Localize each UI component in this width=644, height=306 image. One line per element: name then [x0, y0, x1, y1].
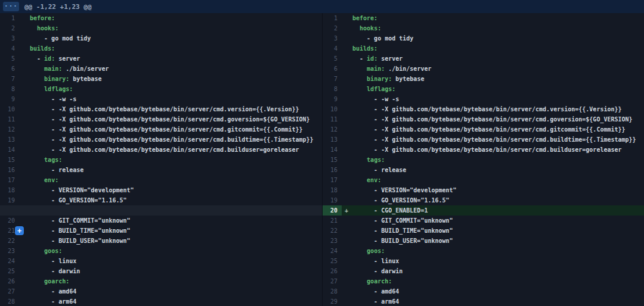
code-line: - linux: [352, 256, 399, 266]
line-marker: [19, 286, 30, 296]
line-number[interactable]: 27: [0, 286, 19, 296]
line-number[interactable]: 19: [323, 195, 342, 205]
line-number[interactable]: 5: [323, 54, 342, 64]
code-line: main: ./bin/server: [352, 64, 431, 74]
line-number[interactable]: 16: [0, 165, 19, 175]
line-number[interactable]: 14: [0, 145, 19, 155]
line-number[interactable]: 16: [323, 165, 342, 175]
line-number[interactable]: 9: [0, 94, 19, 104]
line-number[interactable]: 18: [323, 185, 342, 195]
line-number[interactable]: 14: [323, 145, 342, 155]
line-number[interactable]: 21: [323, 216, 342, 226]
code-line: binary: bytebase: [30, 74, 101, 84]
code-line: - BUILD_TIME="unknown": [352, 226, 453, 236]
code-line: main: ./bin/server: [30, 64, 109, 74]
code-line: goarch:: [30, 276, 69, 286]
line-number[interactable]: 29: [323, 296, 342, 306]
hunk-range-label: @@ -1,22 +1,23 @@: [24, 3, 92, 11]
line-number[interactable]: 25: [0, 266, 19, 276]
line-number[interactable]: 6: [0, 64, 19, 74]
line-number[interactable]: 2: [323, 23, 342, 33]
line-number[interactable]: 9: [323, 94, 342, 104]
line-marker: [342, 23, 352, 33]
diff-row: 2 hooks:: [0, 23, 322, 33]
line-number[interactable]: 12: [0, 124, 19, 135]
line-number[interactable]: 24: [323, 246, 342, 256]
diff-row: 10 - -X github.com/bytebase/bytebase/bin…: [0, 104, 322, 114]
line-number[interactable]: 5: [0, 54, 19, 64]
line-number[interactable]: 11: [323, 114, 342, 124]
line-marker: [342, 286, 352, 296]
line-marker: [342, 145, 352, 155]
line-number[interactable]: 10: [323, 104, 342, 114]
line-marker: [19, 74, 30, 84]
diff-row: 3 - go mod tidy: [323, 33, 644, 43]
line-number[interactable]: 26: [0, 276, 19, 286]
diff-row: 25 - linux: [323, 256, 644, 266]
diff-row: 21 - BUILD_TIME="unknown"+: [0, 226, 322, 236]
diff-row: 14 - -X github.com/bytebase/bytebase/bin…: [323, 145, 644, 155]
line-number[interactable]: 13: [0, 135, 19, 145]
line-number[interactable]: 4: [0, 43, 19, 54]
line-number[interactable]: 20: [323, 205, 342, 216]
line-number[interactable]: 23: [0, 246, 19, 256]
diff-row: 7 binary: bytebase: [323, 74, 644, 84]
line-number[interactable]: 28: [0, 296, 19, 306]
line-marker: [342, 185, 352, 195]
add-comment-button[interactable]: +: [15, 226, 24, 235]
diff-row: 23 goos:: [0, 246, 322, 256]
added-line-marker: +: [342, 205, 352, 216]
diff-row: 22 - BUILD_USER="unknown": [0, 236, 322, 246]
line-number[interactable]: 3: [0, 33, 19, 43]
expand-diff-button[interactable]: ...: [3, 2, 19, 11]
code-line: - darwin: [352, 266, 402, 276]
line-number[interactable]: 4: [323, 43, 342, 54]
line-number[interactable]: 25: [323, 256, 342, 266]
line-number[interactable]: 10: [0, 104, 19, 114]
line-number[interactable]: 6: [323, 64, 342, 74]
line-number[interactable]: 26: [323, 266, 342, 276]
line-number[interactable]: 12: [323, 124, 342, 135]
line-number[interactable]: 7: [323, 74, 342, 84]
diff-gap-row: [0, 205, 322, 216]
line-number[interactable]: 23: [323, 236, 342, 246]
code-line: - -X github.com/bytebase/bytebase/bin/se…: [352, 114, 633, 124]
line-number[interactable]: 1: [323, 13, 342, 23]
line-number[interactable]: 11: [0, 114, 19, 124]
code-line: - BUILD_USER="unknown": [352, 236, 453, 246]
line-number[interactable]: 19: [0, 195, 19, 205]
line-number[interactable]: 8: [0, 84, 19, 94]
line-number[interactable]: 27: [323, 276, 342, 286]
line-number[interactable]: 1: [0, 13, 19, 23]
line-marker: [342, 236, 352, 246]
line-number[interactable]: 22: [0, 236, 19, 246]
code-line: env:: [30, 175, 58, 185]
line-marker: [19, 114, 30, 124]
line-marker: [19, 266, 30, 276]
line-number[interactable]: 15: [323, 155, 342, 165]
line-number[interactable]: 8: [323, 84, 342, 94]
line-number[interactable]: 17: [0, 175, 19, 185]
diff-pane-old: 1before:2 hooks:3 - go mod tidy4builds:5…: [0, 13, 322, 306]
code-line: ldflags:: [352, 84, 395, 94]
diff-row: 3 - go mod tidy: [0, 33, 322, 43]
line-marker: [342, 13, 352, 23]
line-number[interactable]: 7: [0, 74, 19, 84]
diff-row: 10 - -X github.com/bytebase/bytebase/bin…: [323, 104, 644, 114]
line-number[interactable]: 20: [0, 216, 19, 226]
line-number[interactable]: 15: [0, 155, 19, 165]
line-number[interactable]: 3: [323, 33, 342, 43]
line-number[interactable]: 17: [323, 175, 342, 185]
code-line: builds:: [352, 43, 377, 54]
line-marker: [19, 145, 30, 155]
line-number[interactable]: 2: [0, 23, 19, 33]
line-number[interactable]: 24: [0, 256, 19, 266]
line-number[interactable]: 22: [323, 226, 342, 236]
code-line: - -X github.com/bytebase/bytebase/bin/se…: [352, 104, 622, 114]
line-number[interactable]: 18: [0, 185, 19, 195]
line-number[interactable]: 28: [323, 286, 342, 296]
line-number[interactable]: 13: [323, 135, 342, 145]
code-line: - release: [352, 165, 406, 175]
code-line: - go mod tidy: [352, 33, 413, 43]
diff-row: 19 - GO_VERSION="1.16.5": [323, 195, 644, 205]
